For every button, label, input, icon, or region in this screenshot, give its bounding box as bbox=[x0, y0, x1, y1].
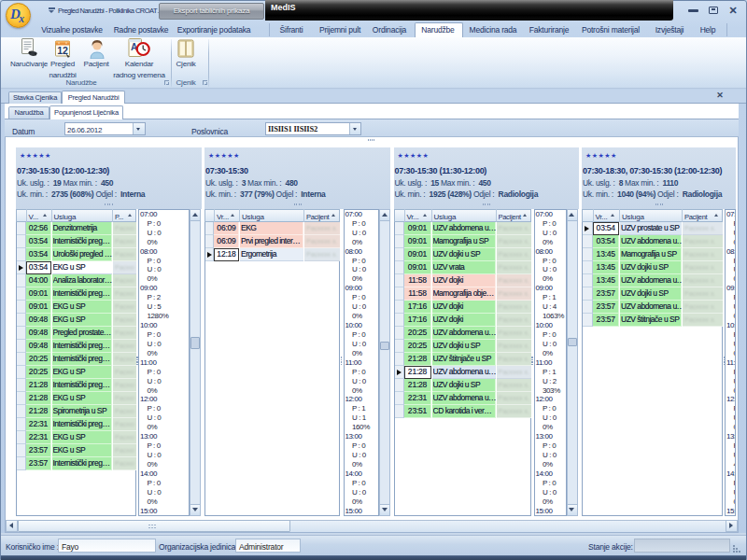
svg-text:12: 12 bbox=[57, 45, 68, 56]
